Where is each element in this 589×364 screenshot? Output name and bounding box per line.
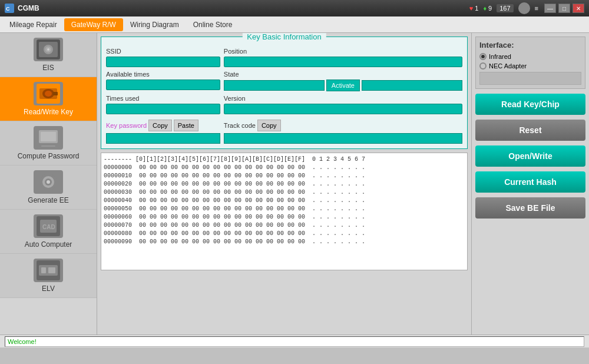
svg-rect-25 bbox=[41, 267, 46, 273]
current-hash-button[interactable]: Current Hash bbox=[475, 171, 585, 193]
infrared-radio-row[interactable]: Infrared bbox=[479, 53, 581, 60]
infrared-label: Infrared bbox=[489, 53, 511, 60]
window-controls: — □ ✕ bbox=[544, 4, 584, 13]
ssid-input[interactable] bbox=[106, 57, 220, 67]
diamond-icon: ♦ bbox=[483, 5, 487, 12]
menu-store[interactable]: Online Store bbox=[186, 18, 240, 31]
hex-row-9: 00000090 00 00 00 00 00 00 00 00 00 00 0… bbox=[104, 238, 465, 246]
sidebar-item-compute[interactable]: Compute Password bbox=[0, 121, 97, 166]
version-label: Version bbox=[224, 95, 462, 102]
state-input[interactable] bbox=[224, 80, 325, 91]
svg-point-10 bbox=[45, 91, 52, 97]
eis-icon bbox=[34, 38, 63, 61]
sidebar-item-auto[interactable]: CAD Auto Computer bbox=[0, 210, 97, 254]
status-message bbox=[5, 336, 584, 347]
interface-input[interactable] bbox=[479, 72, 581, 85]
infrared-radio[interactable] bbox=[479, 53, 487, 60]
times-used-group: Times used bbox=[106, 95, 220, 114]
hex-row-6: 00000060 00 00 00 00 00 00 00 00 00 00 0… bbox=[104, 213, 465, 221]
svg-point-6 bbox=[47, 48, 49, 51]
nec-radio-row[interactable]: NEC Adapter bbox=[479, 62, 581, 70]
hex-header: -------- [0][1][2][3][4][5][6][7][8][9][… bbox=[104, 155, 465, 164]
interface-title: Interface: bbox=[479, 41, 581, 49]
svg-rect-11 bbox=[53, 92, 58, 95]
menu-bar: Mileage Repair GateWay R/W Wiring Diagra… bbox=[0, 16, 589, 33]
sidebar-label-compute: Compute Password bbox=[18, 152, 80, 160]
diamond-stat: ♦ 9 bbox=[483, 5, 492, 12]
key-password-label: Key password bbox=[106, 122, 147, 129]
key-info-panel: Key Basic Information SSID Position Avai… bbox=[101, 37, 468, 149]
generate-icon bbox=[34, 170, 63, 194]
reset-button[interactable]: Reset bbox=[475, 120, 585, 141]
close-button[interactable]: ✕ bbox=[573, 4, 584, 13]
state-input2[interactable] bbox=[362, 80, 462, 91]
sidebar-label-readwrite: Read/Write Key bbox=[24, 108, 73, 116]
track-code-label: Track code bbox=[224, 122, 256, 129]
version-input[interactable] bbox=[224, 104, 462, 114]
available-times-group: Available times bbox=[106, 71, 220, 91]
sidebar-label-generate: Generate EE bbox=[28, 196, 68, 204]
times-used-label: Times used bbox=[106, 95, 220, 102]
position-input[interactable] bbox=[224, 57, 462, 67]
track-code-input[interactable] bbox=[224, 133, 462, 144]
activate-button[interactable]: Activate bbox=[326, 80, 360, 91]
svg-text:CAD: CAD bbox=[42, 224, 55, 230]
state-label: State bbox=[224, 71, 462, 78]
read-key-button[interactable]: Read Key/Chip bbox=[475, 94, 585, 115]
elv-icon bbox=[34, 259, 63, 282]
title-bar: C CGMB ♥ 1 ♦ 9 167 ≡ — □ ✕ bbox=[0, 0, 589, 16]
key-password-input[interactable] bbox=[106, 133, 220, 144]
auto-icon: CAD bbox=[34, 214, 63, 238]
sidebar-item-generate[interactable]: Generate EE bbox=[0, 166, 97, 210]
ssid-label: SSID bbox=[106, 48, 220, 55]
available-times-label: Available times bbox=[106, 71, 220, 78]
sidebar-item-eis[interactable]: EIS bbox=[0, 33, 97, 77]
key-info-title: Key Basic Information bbox=[242, 33, 326, 41]
hex-row-5: 00000050 00 00 00 00 00 00 00 00 00 00 0… bbox=[104, 205, 465, 213]
hex-row-1: 00000010 00 00 00 00 00 00 00 00 00 00 0… bbox=[104, 172, 465, 180]
paste-button[interactable]: Paste bbox=[174, 120, 198, 131]
menu-mileage-repair[interactable]: Mileage Repair bbox=[2, 18, 64, 31]
hex-row-4: 00000040 00 00 00 00 00 00 00 00 00 00 0… bbox=[104, 197, 465, 205]
menu-gateway[interactable]: GateWay R/W bbox=[64, 18, 123, 31]
compute-icon bbox=[34, 126, 63, 150]
hex-row-3: 00000030 00 00 00 00 00 00 00 00 00 00 0… bbox=[104, 188, 465, 197]
maximize-button[interactable]: □ bbox=[558, 4, 570, 13]
copy-track-code-button[interactable]: Copy bbox=[257, 120, 281, 131]
content-area: Key Basic Information SSID Position Avai… bbox=[97, 33, 471, 335]
svg-rect-14 bbox=[41, 145, 55, 147]
menu-wiring[interactable]: Wiring Diagram bbox=[123, 18, 186, 31]
svg-text:C: C bbox=[6, 6, 10, 12]
nec-radio[interactable] bbox=[479, 62, 487, 70]
svg-point-19 bbox=[47, 180, 50, 184]
right-panel: Interface: Infrared NEC Adapter Read Key… bbox=[471, 33, 589, 335]
key-password-group: Key password Copy Paste bbox=[106, 118, 220, 144]
counter-stat: 167 bbox=[497, 4, 513, 12]
available-times-input[interactable] bbox=[106, 80, 220, 90]
ssid-field-group: SSID bbox=[106, 48, 220, 67]
sidebar-label-elv: ELV bbox=[42, 284, 55, 293]
heart-stat: ♥ 1 bbox=[469, 5, 479, 12]
sidebar-item-readwrite[interactable]: Read/Write Key bbox=[0, 77, 97, 121]
app-icon: C bbox=[5, 4, 14, 13]
menu-icon: ≡ bbox=[535, 5, 538, 12]
svg-rect-26 bbox=[48, 267, 55, 273]
sidebar-item-elv[interactable]: ELV bbox=[0, 254, 97, 298]
open-write-button[interactable]: Open/Write bbox=[475, 145, 585, 167]
minimize-button[interactable]: — bbox=[544, 4, 556, 13]
track-code-group: Track code Copy bbox=[224, 118, 462, 144]
interface-box: Interface: Infrared NEC Adapter bbox=[475, 37, 585, 89]
avatar bbox=[518, 2, 530, 14]
copy-key-password-button[interactable]: Copy bbox=[148, 120, 172, 131]
main-layout: EIS Read/Write Key bbox=[0, 33, 589, 335]
sidebar-label-eis: EIS bbox=[42, 64, 54, 72]
hex-row-8: 00000080 00 00 00 00 00 00 00 00 00 00 0… bbox=[104, 230, 465, 238]
sidebar: EIS Read/Write Key bbox=[0, 33, 97, 335]
hex-row-0: 00000000 00 00 00 00 00 00 00 00 00 00 0… bbox=[104, 164, 465, 172]
readwrite-icon bbox=[34, 82, 63, 105]
hex-dump-area[interactable]: -------- [0][1][2][3][4][5][6][7][8][9][… bbox=[101, 153, 468, 270]
sidebar-label-auto: Auto Computer bbox=[25, 240, 72, 249]
times-used-input[interactable] bbox=[106, 104, 220, 114]
hex-row-7: 00000070 00 00 00 00 00 00 00 00 00 00 0… bbox=[104, 221, 465, 230]
save-be-button[interactable]: Save BE File bbox=[475, 197, 585, 219]
